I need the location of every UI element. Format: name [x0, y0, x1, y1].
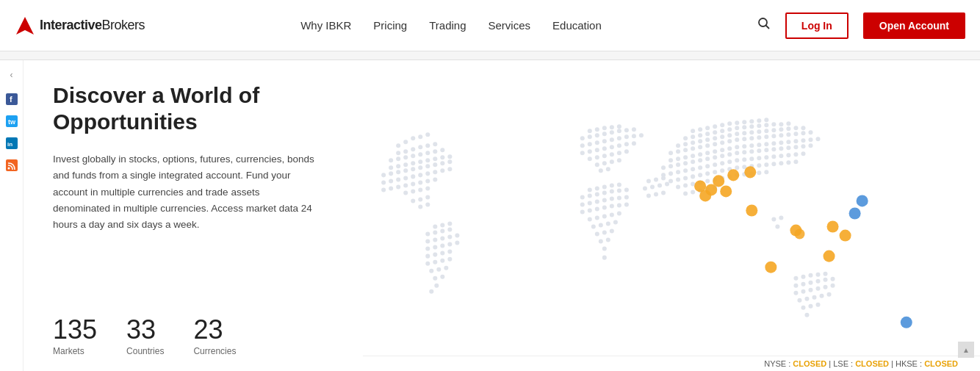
svg-point-124 — [602, 139, 607, 143]
svg-point-129 — [639, 133, 644, 137]
svg-point-149 — [606, 167, 610, 171]
svg-point-387 — [819, 294, 824, 298]
search-button[interactable] — [757, 17, 771, 34]
svg-point-261 — [705, 151, 710, 155]
svg-point-408 — [849, 207, 861, 219]
svg-point-392 — [804, 313, 809, 317]
svg-point-131 — [588, 149, 592, 154]
svg-point-70 — [425, 186, 430, 190]
hkse-label: HKSE — [896, 359, 918, 368]
svg-point-141 — [610, 152, 614, 156]
svg-point-165 — [602, 198, 607, 202]
svg-point-164 — [595, 199, 599, 203]
svg-point-361 — [646, 193, 651, 198]
svg-point-24 — [403, 155, 408, 159]
hero-headline: Discover a World of Opportunities — [53, 82, 317, 135]
twitter-icon[interactable]: tw — [2, 112, 21, 131]
svg-point-73 — [425, 195, 430, 199]
nav-services[interactable]: Services — [489, 19, 531, 32]
svg-point-98 — [433, 260, 437, 264]
svg-point-137 — [632, 141, 636, 145]
svg-point-368 — [801, 275, 805, 279]
stats-row: 135 Markets 33 Countries 23 Currencies — [53, 309, 317, 356]
svg-point-128 — [632, 134, 636, 138]
svg-point-194 — [705, 126, 710, 130]
svg-point-167 — [617, 195, 621, 200]
svg-point-237 — [676, 149, 680, 154]
svg-point-10 — [7, 168, 10, 170]
nav-pricing[interactable]: Pricing — [373, 19, 407, 32]
svg-point-266 — [742, 144, 746, 148]
svg-text:f: f — [10, 95, 12, 104]
svg-point-333 — [779, 161, 783, 165]
svg-point-66 — [433, 177, 437, 181]
svg-point-192 — [691, 129, 695, 133]
linkedin-icon[interactable]: in — [2, 134, 21, 153]
svg-rect-9 — [6, 159, 18, 171]
svg-point-40 — [389, 171, 393, 176]
svg-point-312 — [764, 155, 768, 159]
svg-point-197 — [727, 121, 732, 126]
svg-point-306 — [720, 161, 724, 165]
svg-point-258 — [683, 155, 688, 159]
world-map: NYSE : CLOSED | LSE : CLOSED | HKSE : CL… — [339, 60, 980, 371]
svg-point-359 — [657, 183, 662, 187]
svg-point-198 — [735, 120, 739, 125]
svg-point-87 — [455, 234, 459, 238]
open-account-button[interactable]: Open Account — [863, 12, 965, 39]
svg-point-285 — [720, 154, 724, 158]
svg-point-168 — [624, 195, 629, 199]
svg-point-250 — [771, 134, 776, 138]
nav-trading[interactable]: Trading — [429, 19, 466, 32]
facebook-icon[interactable]: f — [2, 90, 21, 109]
svg-point-256 — [669, 158, 673, 162]
svg-point-322 — [698, 173, 702, 177]
svg-point-348 — [764, 170, 768, 174]
svg-point-330 — [757, 163, 761, 168]
svg-point-379 — [801, 289, 805, 294]
rss-icon[interactable] — [2, 156, 21, 175]
svg-point-311 — [757, 156, 761, 160]
svg-point-122 — [588, 142, 592, 146]
svg-point-55 — [425, 171, 430, 176]
svg-point-53 — [411, 174, 415, 179]
main-nav: Why IBKR Pricing Trading Services Educat… — [300, 19, 602, 32]
svg-point-203 — [683, 136, 688, 140]
svg-point-300 — [676, 170, 680, 174]
svg-point-96 — [447, 250, 452, 254]
logo[interactable]: InteractiveBrokers — [15, 15, 145, 36]
svg-point-247 — [749, 136, 754, 140]
svg-point-347 — [757, 170, 761, 175]
svg-point-133 — [602, 146, 607, 151]
svg-point-56 — [433, 170, 437, 174]
svg-point-211 — [742, 125, 746, 129]
svg-point-82 — [447, 228, 452, 232]
svg-point-120 — [632, 127, 636, 132]
svg-point-289 — [749, 149, 754, 154]
svg-point-364 — [771, 217, 776, 222]
svg-point-65 — [425, 179, 430, 183]
svg-point-265 — [735, 145, 739, 149]
svg-point-325 — [720, 168, 724, 173]
svg-point-150 — [588, 187, 592, 192]
svg-point-296 — [801, 144, 805, 148]
svg-marker-0 — [16, 17, 34, 35]
login-button[interactable]: Log In — [785, 12, 849, 39]
nav-why-ibkr[interactable]: Why IBKR — [300, 19, 351, 32]
svg-point-279 — [676, 162, 680, 167]
svg-point-383 — [831, 284, 835, 288]
svg-point-77 — [440, 223, 444, 228]
svg-point-302 — [691, 167, 695, 171]
svg-point-319 — [676, 177, 680, 181]
nav-education[interactable]: Education — [552, 19, 602, 32]
svg-point-356 — [661, 176, 666, 180]
svg-point-365 — [779, 216, 783, 220]
svg-point-371 — [824, 272, 828, 276]
svg-point-14 — [418, 134, 422, 139]
sidebar-collapse-button[interactable]: ‹ — [2, 68, 21, 82]
svg-point-253 — [793, 132, 798, 136]
svg-point-267 — [749, 143, 754, 148]
scroll-up-button[interactable]: ▲ — [958, 342, 974, 358]
stat-currencies-number: 23 — [193, 317, 236, 343]
svg-point-31 — [396, 164, 400, 168]
